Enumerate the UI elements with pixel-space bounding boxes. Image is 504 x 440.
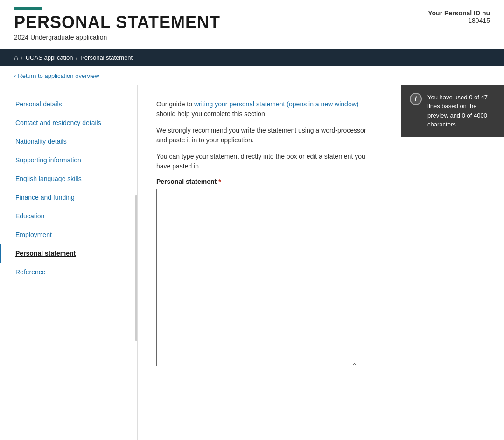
accent-bar [14, 7, 42, 10]
sidebar-item-finance-funding[interactable]: Finance and funding [0, 188, 137, 207]
guide-text-2: We strongly recommend you write the stat… [156, 126, 373, 145]
right-panel: i You have used 0 of 47 lines based on t… [392, 85, 504, 440]
personal-id-label: Your Personal ID nu [428, 9, 490, 17]
personal-id-section: Your Personal ID nu 180415 [428, 9, 490, 24]
breadcrumb: ⌂ / UCAS application / Personal statemen… [0, 49, 504, 66]
sidebar-item-reference[interactable]: Reference [0, 263, 137, 281]
guide-link[interactable]: writing your personal statement (opens i… [194, 100, 359, 108]
sidebar-item-contact-residency[interactable]: Contact and residency details [0, 113, 137, 132]
info-box-text: You have used 0 of 47 lines based on the… [427, 93, 496, 129]
breadcrumb-current: Personal statement [80, 54, 133, 61]
home-icon[interactable]: ⌂ [14, 54, 18, 62]
sidebar-item-education[interactable]: Education [0, 207, 137, 225]
personal-id-number: 180415 [428, 17, 490, 24]
field-label: Personal statement* [156, 178, 373, 185]
sidebar-item-supporting-info[interactable]: Supporting information [0, 151, 137, 169]
main-layout: Personal details Contact and residency d… [0, 85, 504, 440]
guide-text-3: You can type your statement directly int… [156, 152, 373, 171]
sidebar-scrollbar[interactable] [135, 195, 137, 341]
sidebar-item-personal-statement[interactable]: Personal statement [0, 244, 137, 263]
page-header: PERSONAL STATEMENT 2024 Undergraduate ap… [0, 0, 504, 49]
back-link-label: Return to application overview [18, 72, 99, 79]
main-content: Our guide to writing your personal state… [138, 85, 392, 440]
header-left: PERSONAL STATEMENT 2024 Undergraduate ap… [14, 7, 220, 41]
breadcrumb-separator-1: / [21, 54, 23, 61]
page-title: PERSONAL STATEMENT [14, 13, 220, 32]
back-link[interactable]: ‹ Return to application overview [14, 72, 99, 79]
sidebar-item-english-language[interactable]: English language skills [0, 169, 137, 188]
back-arrow-icon: ‹ [14, 72, 16, 79]
info-box: i You have used 0 of 47 lines based on t… [401, 85, 504, 137]
sidebar-item-personal-details[interactable]: Personal details [0, 95, 137, 113]
sidebar-nav: Personal details Contact and residency d… [0, 85, 138, 440]
required-star: * [218, 178, 221, 185]
personal-statement-textarea[interactable] [156, 189, 357, 366]
breadcrumb-separator-2: / [76, 54, 78, 61]
sidebar-item-nationality[interactable]: Nationality details [0, 132, 137, 151]
page-subtitle: 2024 Undergraduate application [14, 34, 220, 41]
breadcrumb-ucas-link[interactable]: UCAS application [26, 54, 73, 61]
guide-text-1: Our guide to writing your personal state… [156, 99, 373, 119]
info-icon: i [410, 93, 422, 105]
sidebar-item-employment[interactable]: Employment [0, 225, 137, 244]
back-link-bar: ‹ Return to application overview [0, 66, 504, 85]
